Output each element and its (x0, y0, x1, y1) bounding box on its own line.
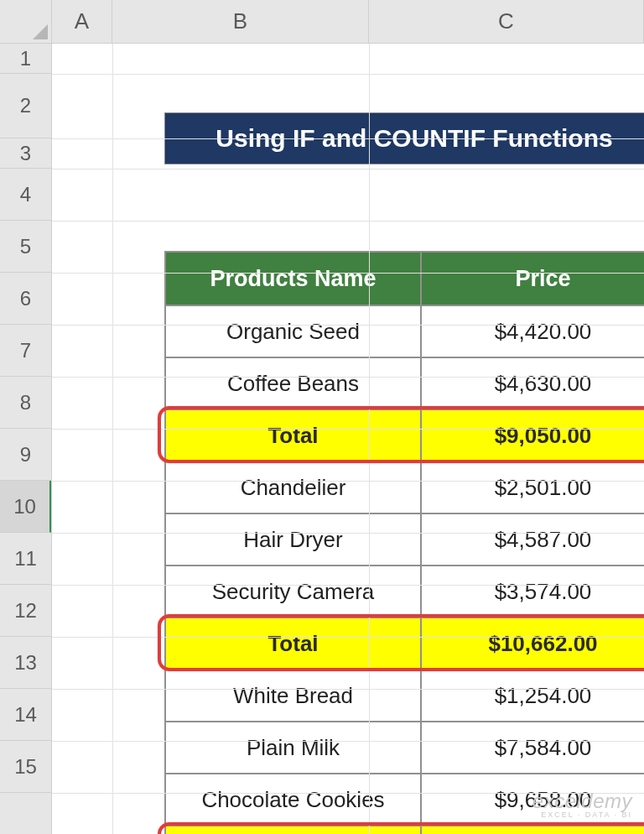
column-header-a[interactable]: A (52, 0, 112, 43)
cell-product[interactable]: Organic Seed (165, 305, 421, 357)
header-price[interactable]: Price (421, 252, 644, 305)
watermark-tagline: EXCEL · DATA · BI (532, 811, 632, 819)
cell-product[interactable]: Chocolate Cookies (165, 774, 421, 826)
row-headers: 123456789101112131415 (0, 44, 52, 834)
table-row: Coffee Beans$4,630.00 (165, 357, 644, 409)
select-all-triangle-icon (33, 24, 48, 39)
cell-price[interactable]: $4,587.00 (421, 513, 644, 566)
cell-product[interactable]: Coffee Beans (165, 357, 421, 409)
table-header-row: Products Name Price (165, 252, 644, 305)
row-header-1[interactable]: 1 (0, 44, 51, 74)
cell-product[interactable]: Plain Milk (165, 722, 421, 774)
cell-product[interactable]: Total (165, 826, 421, 834)
table-row-total: Total$9,050.00 (165, 409, 644, 461)
cell-price[interactable]: $18,496.00 (421, 826, 644, 834)
cell-product[interactable]: Hair Dryer (165, 513, 421, 566)
table-row: Chandelier$2,501.00 (165, 461, 644, 513)
gridline (52, 481, 644, 482)
select-all-corner[interactable] (0, 0, 52, 44)
watermark-brand: exceldemy (532, 791, 632, 811)
table-row: Plain Milk$7,584.00 (165, 722, 644, 774)
gridline (52, 429, 644, 430)
table-row: Security Camera$3,574.00 (165, 566, 644, 618)
gridline (52, 585, 644, 586)
row-header-8[interactable]: 8 (0, 377, 51, 429)
cell-product[interactable]: Total (165, 618, 421, 670)
table-row: White Bread$1,254.00 (165, 670, 644, 722)
row-header-11[interactable]: 11 (0, 533, 51, 585)
row-header-7[interactable]: 7 (0, 325, 51, 377)
cell-price[interactable]: $4,630.00 (421, 357, 644, 409)
cell-price[interactable]: $2,501.00 (421, 461, 644, 513)
cell-price[interactable]: $1,254.00 (421, 670, 644, 722)
row-header-12[interactable]: 12 (0, 585, 51, 637)
table-row: Organic Seed$4,420.00 (165, 305, 644, 357)
gridline (52, 689, 644, 690)
cell-price[interactable]: $3,574.00 (421, 566, 644, 618)
gridline (52, 741, 644, 742)
gridline (52, 637, 644, 638)
table-row-total: Total$18,496.00 (165, 826, 644, 834)
gridline (52, 273, 644, 274)
cell-price[interactable]: $7,584.00 (421, 722, 644, 774)
gridline (52, 74, 644, 75)
data-table: Products Name Price Organic Seed$4,420.0… (164, 251, 644, 834)
gridline (52, 533, 644, 534)
watermark: exceldemy EXCEL · DATA · BI (532, 791, 632, 819)
gridline (52, 325, 644, 326)
table-row: Hair Dryer$4,587.00 (165, 513, 644, 566)
row-header-6[interactable]: 6 (0, 273, 51, 325)
column-header-b[interactable]: B (112, 0, 369, 43)
cell-product[interactable]: Total (165, 409, 421, 461)
gridline (52, 169, 644, 169)
row-header-13[interactable]: 13 (0, 637, 51, 689)
row-header-14[interactable]: 14 (0, 689, 51, 741)
column-header-c[interactable]: C (369, 0, 644, 43)
row-header-3[interactable]: 3 (0, 138, 51, 169)
cell-product[interactable]: Chandelier (165, 461, 421, 513)
row-header-10[interactable]: 10 (0, 481, 51, 533)
gridline (52, 138, 644, 139)
grid-area[interactable]: Using IF and COUNTIF Functions Products … (52, 44, 644, 834)
cell-price[interactable]: $10,662.00 (421, 618, 644, 670)
gridline (369, 44, 370, 834)
header-products[interactable]: Products Name (165, 252, 421, 305)
row-header-2[interactable]: 2 (0, 74, 51, 138)
cell-price[interactable]: $9,050.00 (421, 409, 644, 461)
cell-product[interactable]: Security Camera (165, 566, 421, 618)
gridline (52, 377, 644, 378)
cell-price[interactable]: $4,420.00 (421, 305, 644, 357)
gridline (52, 221, 644, 222)
cell-product[interactable]: White Bread (165, 670, 421, 722)
spreadsheet: ABC 123456789101112131415 Using IF and C… (0, 0, 644, 834)
table-row-total: Total$10,662.00 (165, 618, 644, 670)
gridline (112, 44, 113, 834)
row-header-15[interactable]: 15 (0, 741, 51, 793)
column-headers: ABC (52, 0, 644, 44)
row-header-4[interactable]: 4 (0, 169, 51, 221)
row-header-5[interactable]: 5 (0, 221, 51, 273)
row-header-9[interactable]: 9 (0, 429, 51, 481)
